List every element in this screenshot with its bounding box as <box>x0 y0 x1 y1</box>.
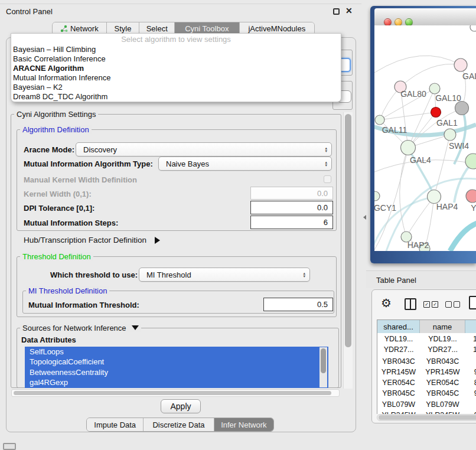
node[interactable] <box>470 25 476 31</box>
apply-button[interactable]: Apply <box>161 399 201 413</box>
dropdown-item[interactable]: Bayesian – Hill Climbing <box>11 45 341 54</box>
network-window-titlebar[interactable] <box>374 8 476 25</box>
node[interactable] <box>454 58 467 71</box>
mi-threshold-input[interactable]: 0.5 <box>263 298 333 311</box>
table-panel-header: Table Panel <box>366 270 476 288</box>
table-horizontal-scrollbar[interactable] <box>377 414 476 421</box>
table-row[interactable]: YBR045CYBR045C9. <box>377 387 476 398</box>
list-item[interactable]: SelfLoops <box>25 347 328 357</box>
list-item[interactable]: gal4RGexp <box>25 377 328 387</box>
apply-label: Apply <box>170 402 191 411</box>
sources-group-title[interactable]: Sources for Network Inference <box>20 324 141 332</box>
tab-impute-data[interactable]: Impute Data <box>87 418 144 431</box>
split-columns-icon[interactable] <box>405 298 416 310</box>
list-item[interactable]: TopologicalCoefficient <box>25 357 328 367</box>
network-canvas[interactable]: GAL GAL80 GAL10 GAL1 SWI4 GAL11 GAL4 GCY… <box>374 25 476 251</box>
table-row[interactable]: YPR145WYPR145W9. <box>377 366 476 377</box>
node[interactable] <box>444 129 456 141</box>
node[interactable] <box>465 154 476 169</box>
mi-steps-input[interactable]: 6 <box>250 216 333 229</box>
dropdown-item[interactable]: Mutual Information Inference <box>11 73 341 83</box>
mi-type-label: Mutual Information Algorithm Type: <box>24 159 153 168</box>
cell: 12 <box>465 345 476 354</box>
dropdown-item[interactable]: Bayesian – K2 <box>11 83 341 92</box>
cell: YDR27... <box>420 345 465 354</box>
settings-group-title: Cyni Algorithm Settings <box>14 110 98 119</box>
data-attributes-list[interactable]: SelfLoops TopologicalCoefficient Between… <box>25 347 328 388</box>
node-label: Y <box>471 203 476 213</box>
cell: YBR045C <box>420 389 465 398</box>
node-label: HAP2 <box>407 240 429 250</box>
scrollbar-thumb[interactable] <box>321 348 326 373</box>
hub-section-label: Hub/Transcription Factor Definition <box>24 236 146 244</box>
settings-horizontal-scrollbar[interactable] <box>11 389 340 397</box>
dropdown-item[interactable]: Basic Correlation Inference <box>11 54 341 64</box>
kernel-width-input[interactable]: 0.0 <box>250 187 333 200</box>
manual-kernel-label: Manual Kernel Width Definition <box>24 175 137 184</box>
which-threshold-label: Which threshold to use: <box>50 270 138 279</box>
scrollbar-thumb[interactable] <box>14 391 331 395</box>
list-vertical-scrollbar[interactable] <box>319 347 327 387</box>
node-label: GCY1 <box>374 203 396 213</box>
aracne-mode-select[interactable]: Discovery ▴▾ <box>76 142 332 156</box>
scrollbar-thumb[interactable] <box>345 114 351 347</box>
float-icon[interactable] <box>333 8 340 15</box>
scrollbar-thumb[interactable] <box>379 415 476 420</box>
network-view-window[interactable]: GAL GAL80 GAL10 GAL1 SWI4 GAL11 GAL4 GCY… <box>370 6 476 263</box>
settings-vertical-scrollbar[interactable] <box>343 112 353 389</box>
column-header-cut[interactable] <box>465 320 476 333</box>
new-table-icon[interactable] <box>469 296 476 309</box>
kernel-width-label: Kernel Width (0,1): <box>24 190 92 198</box>
cell: YBL079W <box>377 400 420 410</box>
node-label: SWI4 <box>449 141 469 151</box>
node[interactable] <box>429 83 440 94</box>
list-item[interactable]: BetweennessCentrality <box>25 367 328 377</box>
node[interactable] <box>375 115 384 125</box>
threshold-definition-title: Threshold Definition <box>20 252 93 261</box>
dropdown-item[interactable]: Dream8 DC_TDC Algorithm <box>11 92 341 102</box>
table-rows: YDL19...YDL19...13 YDR27...YDR27...12 YB… <box>377 333 476 414</box>
column-header-shared-name[interactable]: shared... <box>377 320 420 333</box>
tab-infer-network[interactable]: Infer Network <box>214 418 273 431</box>
nodes[interactable] <box>374 25 476 251</box>
dpi-tolerance-input[interactable]: 0.0 <box>250 201 333 214</box>
stepper-arrows-icon: ▴▾ <box>325 161 327 167</box>
collapsed-arrow-icon <box>155 237 160 244</box>
sources-title-text: Sources for Network Inference <box>22 324 126 332</box>
gear-icon[interactable]: ⚙ <box>381 297 392 309</box>
bottom-tabbar: Impute Data Discretize Data Infer Networ… <box>86 418 274 432</box>
divider-collapse-handle[interactable] <box>363 215 366 220</box>
node[interactable] <box>466 190 476 203</box>
select-all-columns-icon[interactable]: ✓ ✓ <box>423 301 438 308</box>
table-row[interactable]: YBL079WYBL079W <box>377 398 476 410</box>
node[interactable] <box>374 191 380 201</box>
network-graph: GAL GAL80 GAL10 GAL1 SWI4 GAL11 GAL4 GCY… <box>374 25 476 251</box>
node-table[interactable]: shared... name YDL19...YDL19...13 YDR27.… <box>377 319 476 414</box>
tab-discretize-data[interactable]: Discretize Data <box>144 418 214 431</box>
algorithm-definition-title: Algorithm Definition <box>20 125 92 134</box>
table-row[interactable]: YDR27...YDR27...12 <box>377 344 476 354</box>
combo-value: Discovery <box>83 145 117 154</box>
manual-kernel-checkbox[interactable] <box>324 175 331 183</box>
tab-label: Network <box>70 24 99 33</box>
node-label: GAL10 <box>435 93 461 103</box>
dropdown-item-selected[interactable]: ARACNE Algorithm <box>11 64 341 73</box>
minimized-panel-icon[interactable] <box>3 443 16 450</box>
node[interactable] <box>455 102 469 115</box>
data-attributes-label: Data Attributes <box>21 335 76 344</box>
close-icon[interactable]: ✕ <box>345 6 353 15</box>
tab-label: Impute Data <box>94 420 136 429</box>
which-threshold-select[interactable]: MI Threshold ▴▾ <box>139 268 310 282</box>
table-row[interactable]: YLR345WYLR345W9. <box>377 409 476 414</box>
column-header-name[interactable]: name <box>420 320 465 333</box>
deselect-all-columns-icon[interactable] <box>445 301 460 308</box>
mi-algorithm-type-select[interactable]: Naive Bayes ▴▾ <box>158 156 332 171</box>
table-row[interactable]: YBR043CYBR043C <box>377 354 476 366</box>
node[interactable] <box>401 141 416 155</box>
table-row[interactable]: YDL19...YDL19...13 <box>377 333 476 344</box>
node-label: GAL11 <box>382 125 407 135</box>
hub-section-toggle[interactable]: Hub/Transcription Factor Definition <box>24 236 160 244</box>
node-selected[interactable] <box>431 107 441 118</box>
algorithm-dropdown-popup: Select algorithm to view settings Bayesi… <box>11 33 341 102</box>
table-row[interactable]: YER054CYER054C8. <box>377 377 476 387</box>
